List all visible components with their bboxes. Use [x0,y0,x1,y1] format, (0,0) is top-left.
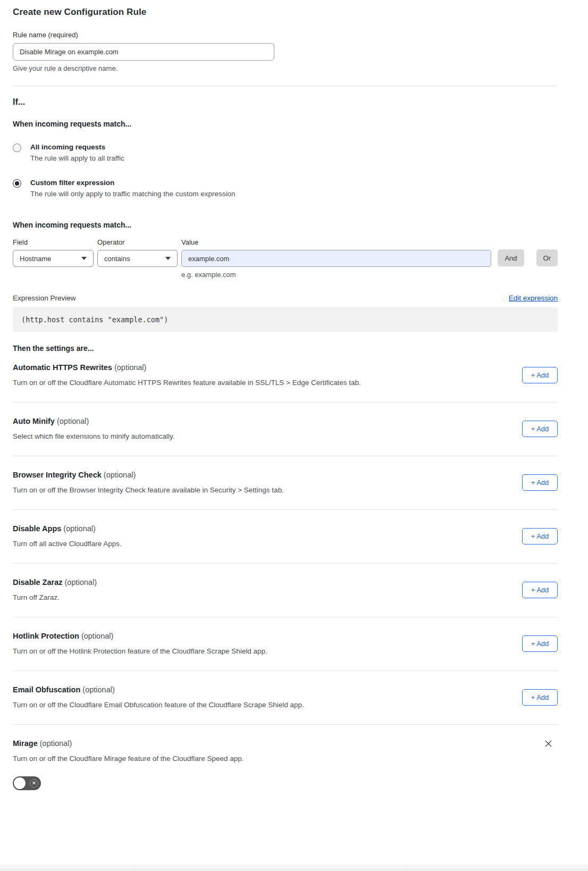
settings-heading: Then the settings are... [13,344,558,353]
edit-expression-link[interactable]: Edit expression [509,294,558,302]
or-button[interactable]: Or [536,249,558,266]
expression-preview-label: Expression Preview [13,294,76,302]
radio-label: All incoming requests [30,143,558,151]
radio-all-incoming-requests[interactable]: All incoming requests The rule will appl… [13,143,558,162]
operator-selected-value: contains [104,255,130,263]
toggle-off-icon: ✕ [30,779,38,788]
page-title: Create new Configuration Rule [13,0,558,18]
optional-suffix: (optional) [114,363,146,372]
field-selected-value: Hostname [20,255,51,263]
footer-strip [0,865,588,871]
setting-description: Turn off Zaraz. [13,593,506,601]
settings-list: Automatic HTTPS Rewrites (optional) Turn… [13,353,558,725]
operator-label: Operator [97,238,178,246]
value-help: e.g. example.com [181,271,491,279]
add-setting-button[interactable]: + Add [522,474,558,491]
setting-description: Turn off all active Cloudflare Apps. [13,540,506,548]
setting-title: Mirage (optional) [13,739,72,748]
rule-name-help: Give your rule a descriptive name. [13,64,558,72]
setting-description: Turn on or off the Cloudflare Email Obfu… [13,701,506,709]
setting-description: Turn on or off the Cloudflare Automatic … [13,379,506,387]
setting-row: Email Obfuscation (optional) Turn on or … [13,671,558,725]
and-button[interactable]: And [498,249,524,266]
setting-title: Hotlink Protection (optional) [13,632,506,640]
setting-title: Disable Zaraz (optional) [13,578,506,587]
optional-suffix: (optional) [65,578,97,587]
match-heading-radios: When incoming requests match... [13,120,558,128]
rule-name-label: Rule name (required) [13,31,558,39]
match-heading-builder: When incoming requests match... [13,221,558,229]
setting-title: Email Obfuscation (optional) [13,685,506,694]
optional-suffix: (optional) [104,471,136,479]
setting-title: Browser Integrity Check (optional) [13,471,506,479]
setting-row: Disable Zaraz (optional) Turn off Zaraz.… [13,564,558,617]
setting-title: Automatic HTTPS Rewrites (optional) [13,363,506,372]
setting-row: Disable Apps (optional) Turn off all act… [13,510,558,564]
add-setting-button[interactable]: + Add [522,367,558,383]
add-setting-button[interactable]: + Add [522,689,558,706]
add-setting-button[interactable]: + Add [522,635,558,652]
mirage-toggle[interactable]: ✕ [13,776,41,790]
radio-label: Custom filter expression [30,179,558,187]
setting-row-mirage: Mirage (optional) Turn on or off the Clo… [13,725,558,790]
setting-title: Disable Apps (optional) [13,524,506,533]
setting-description: Select which file extensions to minify a… [13,432,506,440]
setting-row: Automatic HTTPS Rewrites (optional) Turn… [13,353,558,403]
expression-preview-code: (http.host contains "example.com") [13,307,558,332]
value-input[interactable] [181,250,491,267]
chevron-down-icon [81,257,87,260]
optional-suffix: (optional) [81,632,113,640]
radio-description: The rule will apply to all traffic [30,154,558,162]
setting-description: Turn on or off the Hotlink Protection fe… [13,647,506,655]
toggle-knob-icon [14,777,26,789]
optional-suffix: (optional) [82,685,114,694]
setting-description: Turn on or off the Cloudflare Mirage fea… [13,755,558,763]
radio-description: The rule will only apply to traffic matc… [30,190,558,198]
configuration-rule-form: Create new Configuration Rule Rule name … [13,0,558,790]
setting-title: Auto Minify (optional) [13,417,506,425]
close-icon[interactable] [544,740,552,748]
expression-builder-row: Field Hostname Operator contains Value e… [13,238,558,279]
optional-suffix: (optional) [63,524,95,533]
add-setting-button[interactable]: + Add [522,528,558,545]
setting-description: Turn on or off the Browser Integrity Che… [13,486,506,494]
field-select[interactable]: Hostname [13,250,94,267]
setting-row: Browser Integrity Check (optional) Turn … [13,456,558,510]
setting-row: Hotlink Protection (optional) Turn on or… [13,617,558,671]
if-heading: If... [13,97,558,107]
add-setting-button[interactable]: + Add [522,582,558,598]
rule-name-input[interactable] [13,43,274,61]
chevron-down-icon [165,257,171,260]
section-divider [13,86,558,86]
optional-suffix: (optional) [57,417,89,425]
add-setting-button[interactable]: + Add [522,421,558,437]
radio-selected-icon[interactable] [13,179,21,188]
setting-row: Auto Minify (optional) Select which file… [13,403,558,456]
radio-unselected-icon[interactable] [13,144,21,152]
field-label: Field [13,238,94,246]
operator-select[interactable]: contains [97,250,178,267]
value-label: Value [181,238,491,246]
radio-custom-filter-expression[interactable]: Custom filter expression The rule will o… [13,179,558,198]
optional-suffix: (optional) [40,739,72,748]
